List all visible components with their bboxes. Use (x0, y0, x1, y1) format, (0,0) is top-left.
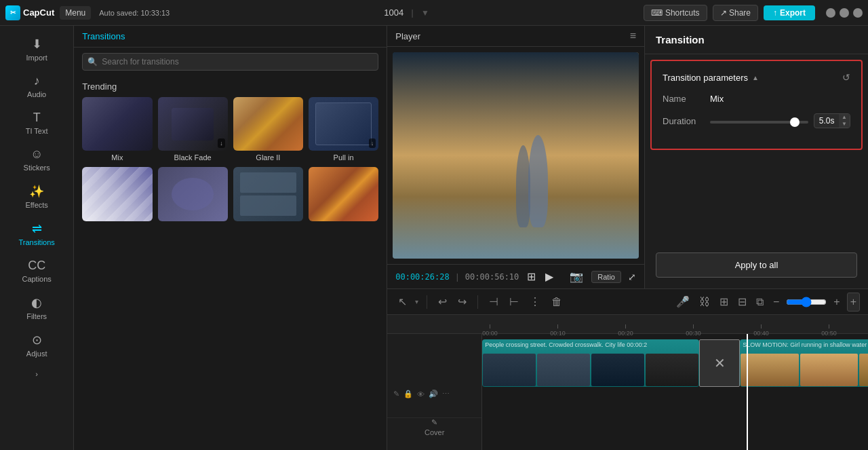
track-labels: ✎ 🔒 👁 🔊 ⋯ ✎ Cover (387, 334, 482, 450)
text-icon: T (33, 111, 41, 125)
transition-t2b[interactable] (158, 167, 228, 223)
split-track-button[interactable]: ⊟ (735, 293, 749, 311)
track-option1[interactable]: ⧉ (753, 293, 766, 311)
zoom-slider[interactable] (786, 297, 827, 307)
track-edit-button[interactable]: ✎ (393, 389, 400, 399)
search-icon: 🔍 (87, 57, 98, 67)
apply-to-all-button[interactable]: Apply to all (656, 252, 857, 278)
add-track-button[interactable]: + (847, 293, 860, 312)
close-button[interactable] (853, 8, 863, 18)
play-button[interactable]: ▶ (544, 269, 555, 284)
sidebar-item-filters[interactable]: ◐ Filters (0, 290, 73, 326)
transition-t2c-thumb (233, 167, 303, 221)
player-menu-button[interactable]: ≡ (630, 30, 636, 42)
transition-glare-thumb (233, 97, 303, 151)
transition-t2d[interactable] (309, 167, 378, 223)
fullscreen-button[interactable]: ⤢ (628, 271, 636, 282)
share-button[interactable]: ↗ Share (713, 5, 758, 21)
duration-steppers: ▲ ▼ (839, 114, 850, 128)
left-toolbar: ⬇ Import ♪ Audio T TI Text ☺ Stickers ✨ … (0, 26, 74, 450)
export-button[interactable]: ↑ Export (764, 5, 815, 20)
minimize-button[interactable] (826, 8, 835, 18)
keyboard-icon: ⌨ (651, 8, 663, 18)
zoom-in-button[interactable]: + (831, 293, 842, 311)
sidebar-item-audio[interactable]: ♪ Audio (0, 69, 73, 104)
split-button[interactable]: ⋮ (527, 293, 543, 311)
track-link-button[interactable]: ⛓ (696, 293, 713, 311)
toolbar-right: 🎤 ⛓ ⊞ ⊟ ⧉ − + + (673, 293, 860, 312)
grid-view-button[interactable]: ⊞ (526, 269, 537, 284)
undo-button[interactable]: ↩ (435, 293, 450, 311)
delete-button[interactable]: 🗑 (549, 293, 565, 311)
import-icon: ⬇ (32, 37, 42, 52)
sidebar-item-adjust[interactable]: ⊙ Adjust (0, 327, 73, 363)
playhead (747, 334, 748, 450)
name-label: Name (663, 94, 710, 104)
ratio-button[interactable]: Ratio (591, 271, 621, 283)
sidebar-item-text[interactable]: T TI Text (0, 105, 73, 140)
topbar: ✂ CapCut Menu Auto saved: 10:33:13 1004 … (0, 0, 868, 26)
transitions-row-2 (82, 167, 378, 223)
transition-glare-ii[interactable]: Glare II (233, 97, 303, 162)
name-row: Name Mix (663, 94, 850, 104)
redo-button[interactable]: ↪ (455, 293, 469, 311)
menu-button[interactable]: Menu (60, 6, 91, 20)
shortcuts-button[interactable]: ⌨ Shortcuts (644, 5, 707, 21)
sidebar-item-effects[interactable]: ✨ Effects (0, 179, 73, 214)
transition-t2c[interactable] (233, 167, 303, 223)
split-start-button[interactable]: ⊣ (486, 293, 501, 311)
thumb-cell (646, 354, 698, 386)
duration-increment[interactable]: ▲ (839, 114, 850, 121)
time-total: 00:00:56:10 (465, 272, 519, 282)
zoom-out-button[interactable]: − (770, 293, 782, 311)
clip-girl[interactable]: SLOW MOTION: Girl running in shallow wat… (740, 339, 868, 387)
timeline-ruler: 00:00 00:10 00:20 00:30 00:40 00:50 01:0… (387, 315, 868, 334)
camera-button[interactable]: 📷 (568, 269, 585, 284)
params-header: Transition parameters ▲ ↺ (663, 72, 850, 83)
track-settings-button[interactable]: ⊞ (717, 293, 731, 311)
transition-parameters: Transition parameters ▲ ↺ Name Mix Durat… (650, 60, 863, 150)
expand-toolbar-button[interactable]: › (0, 364, 73, 383)
sidebar-item-stickers[interactable]: ☺ Stickers (0, 142, 73, 177)
duration-control: 5.0s ▲ ▼ (710, 113, 850, 128)
duration-input: 5.0s ▲ ▼ (814, 113, 850, 128)
reset-button[interactable]: ↺ (842, 72, 850, 83)
collapse-arrow: ▲ (752, 74, 759, 81)
transition-t2a[interactable] (82, 167, 152, 223)
transitions-row-1: Mix ↓ Black Fade Glare II (82, 97, 378, 162)
track-lock-button[interactable]: 🔒 (403, 389, 414, 399)
sidebar-item-label: Transitions (18, 238, 54, 246)
transitions-label: Transitions (82, 31, 125, 41)
transition-pull-in[interactable]: ↓ Pull in (309, 97, 378, 162)
download-badge: ↓ (369, 138, 376, 148)
track-volume-button[interactable]: 🔊 (428, 389, 439, 399)
maximize-button[interactable] (840, 8, 849, 18)
track-more-button[interactable]: ⋯ (441, 389, 450, 399)
select-tool-button[interactable]: ↖ (395, 293, 410, 311)
search-input[interactable] (82, 53, 378, 71)
main-area: ⬇ Import ♪ Audio T TI Text ☺ Stickers ✨ … (0, 26, 868, 450)
sidebar-item-label: Stickers (24, 164, 50, 172)
clip-people[interactable]: People crossing street. Crowded crosswal… (482, 339, 699, 387)
sidebar-item-captions[interactable]: CC Captions (0, 253, 73, 288)
split-end-button[interactable]: ⊢ (507, 293, 521, 311)
cover-label: Cover (425, 428, 444, 436)
transition-glare-label: Glare II (256, 153, 280, 162)
thumb-cell (591, 354, 644, 386)
stickers-icon: ☺ (31, 147, 43, 162)
transition-mix[interactable]: Mix (82, 97, 152, 162)
transition-blackfade-label: Black Fade (174, 153, 212, 162)
duration-decrement[interactable]: ▼ (839, 121, 850, 128)
microphone-button[interactable]: 🎤 (673, 293, 692, 311)
transition-marker[interactable]: ✕ (699, 339, 740, 387)
duration-slider[interactable] (710, 121, 808, 124)
search-bar: 🔍 (74, 48, 387, 76)
thumb-cell (741, 354, 799, 386)
transition-black-fade[interactable]: ↓ Black Fade (158, 97, 228, 162)
sidebar-item-import[interactable]: ⬇ Import (0, 31, 73, 67)
video-preview (393, 52, 639, 259)
video-track: People crossing street. Crowded crosswal… (482, 339, 868, 387)
track-eye-button[interactable]: 👁 (416, 390, 425, 399)
sidebar-item-transitions[interactable]: ⇌ Transitions (0, 216, 73, 252)
transition-mix-label: Mix (111, 153, 123, 162)
